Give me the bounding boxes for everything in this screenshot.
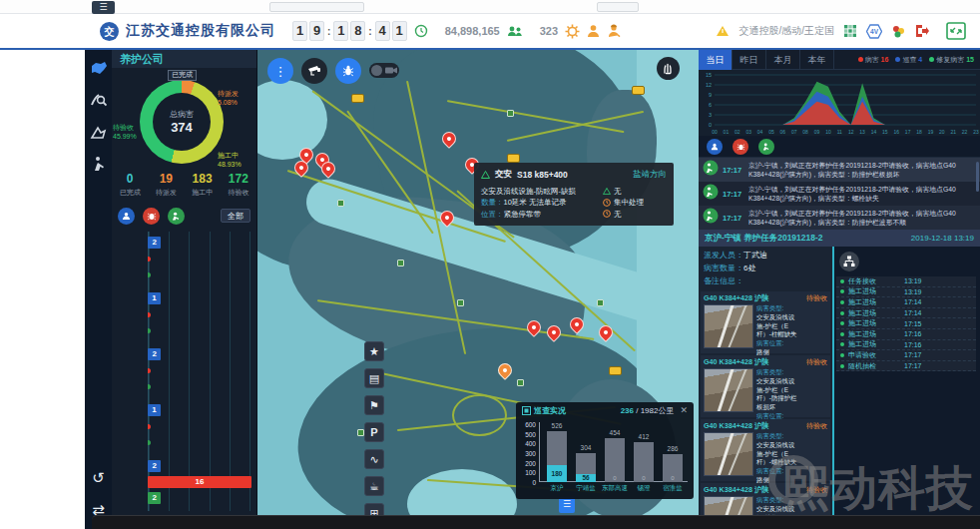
timeline-row[interactable]: 随机抽检17:17	[836, 361, 976, 372]
svg-text:14: 14	[871, 129, 877, 135]
tab-本年[interactable]: 本年	[800, 50, 834, 70]
notification-row[interactable]: 17:17京沪-宁镇，刘斌正在对养护任务20191218-2申请验收，病害地点G…	[699, 182, 980, 206]
disease-pin-marker[interactable]	[596, 322, 616, 342]
notification-row[interactable]: 17:17京沪-宁镇，刘斌正在对养护任务20191218-2申请验收，病害地点G…	[699, 158, 980, 182]
ghost-tab[interactable]	[597, 2, 639, 12]
marker-list-button[interactable]: ⋮	[267, 58, 293, 84]
road-search-icon[interactable]	[85, 86, 112, 114]
parking-tool-button[interactable]: P	[364, 422, 384, 442]
timeline-row[interactable]: 施工进场17:16	[836, 329, 976, 340]
close-icon[interactable]: ✕	[680, 405, 688, 415]
road-shield-icon	[397, 260, 404, 266]
svg-text:04: 04	[757, 129, 763, 135]
disease-card[interactable]: G40 K384+428 沪陕待验收病害类型:交安及沿线设施-护栏（E杆）-防撞…	[701, 355, 830, 417]
vehicle-marker[interactable]	[351, 94, 364, 103]
road-shield-icon	[517, 379, 524, 386]
company-row[interactable]: 宿淮盐1	[148, 399, 253, 455]
patrol-mileage-chart: 0100200300400500600526180京沪30456宁靖盐4540东…	[516, 418, 694, 496]
org-chart-icon[interactable]	[839, 252, 859, 271]
vehicle-marker[interactable]	[609, 366, 622, 375]
hamburger-menu-button[interactable]: ☰	[92, 1, 115, 14]
repair-filter-button[interactable]	[168, 208, 185, 225]
status-badge: 待验收	[806, 421, 827, 431]
clock-digit: 4	[375, 21, 390, 41]
task-field: 派发人员：丁武迪	[704, 250, 827, 263]
vehicle-marker[interactable]	[632, 86, 645, 95]
breadcrumb[interactable]: 交通控股/感动/王定国	[738, 24, 834, 38]
chart-legend: 病害 16巡查 4修复病害 15	[858, 55, 980, 65]
worker-icon[interactable]	[607, 24, 622, 38]
svg-text:15: 15	[706, 72, 712, 78]
legend-list-button[interactable]: ☰	[559, 497, 575, 513]
timeline-row[interactable]: 施工进场17:16	[836, 340, 976, 351]
disease-bug-button[interactable]	[335, 58, 361, 84]
all-filter-button[interactable]: 全部	[221, 209, 250, 223]
patrol-filter-button[interactable]	[707, 139, 723, 155]
vehicle-marker[interactable]	[507, 154, 520, 163]
ghost-tab[interactable]	[269, 2, 364, 12]
tooltip-type: 交安	[495, 169, 512, 181]
undo-icon[interactable]: ↺	[92, 469, 105, 487]
map-view-icon[interactable]	[85, 54, 112, 82]
timeline-row[interactable]: 任务接收13:19	[836, 276, 976, 287]
patrol-person-icon[interactable]	[85, 150, 112, 178]
company-row[interactable]: 东部高速2	[148, 232, 253, 287]
maintenance-icon[interactable]	[85, 118, 112, 146]
svg-text:10: 10	[825, 129, 831, 135]
notification-row[interactable]: 17:17京沪-宁镇，刘斌正在对养护任务20191218-2申请验收，病害地点G…	[699, 206, 980, 230]
4v-hexagon-icon[interactable]: 4V	[866, 24, 882, 39]
timeline-row[interactable]: 施工进场17:14	[836, 297, 976, 308]
svg-text:17: 17	[905, 129, 911, 135]
pan-tool-button[interactable]	[657, 57, 680, 80]
tab-本月[interactable]: 本月	[766, 50, 800, 70]
company-name: 江苏交通控股有限公司	[126, 22, 275, 40]
status-stat: 172待验收	[221, 172, 256, 204]
disease-filter-button[interactable]	[733, 139, 748, 155]
logout-icon[interactable]	[914, 24, 929, 38]
company-row[interactable]: 宁靖盐1	[148, 287, 253, 343]
gear-icon[interactable]	[565, 24, 580, 39]
layers-tool-button[interactable]: ▤	[364, 368, 384, 388]
tab-当日[interactable]: 当日	[699, 50, 733, 70]
browser-strip: ☰	[0, 0, 980, 14]
donut-ring[interactable]: 总病害 374	[140, 80, 224, 164]
worker-badge-icon	[703, 160, 719, 180]
favorites-tool-button[interactable]: ★	[364, 341, 384, 361]
status-stat: 0已完成	[112, 172, 148, 204]
traffic-light-dots-icon[interactable]	[891, 25, 905, 38]
repair-filter-button[interactable]	[758, 139, 774, 155]
task-field: 备注信息：	[704, 275, 827, 288]
company-row[interactable]: 锡澄2	[148, 343, 253, 399]
chart-tool-button[interactable]: ∿	[364, 449, 384, 469]
right-panel: 当日昨日本月本年病害 16巡查 4修复病害 15 036912150001020…	[699, 50, 980, 529]
timeline-row[interactable]: 申请验收17:17	[836, 350, 976, 361]
disease-filter-button[interactable]	[143, 208, 160, 225]
tab-昨日[interactable]: 昨日	[733, 50, 766, 70]
road-shield-icon	[357, 429, 364, 436]
timeline-row[interactable]: 施工进场17:14	[836, 308, 976, 319]
timeline-row[interactable]: 施工进场13:19	[836, 287, 976, 298]
taskbar[interactable]	[92, 515, 980, 529]
camera-layer-toggle[interactable]	[369, 63, 399, 78]
disease-card[interactable]: G40 K384+428 沪陕待验收病害类型:交安及沿线设施-护栏（E杆）-柱帽…	[701, 291, 830, 353]
disease-photo[interactable]	[704, 304, 753, 348]
disease-photo[interactable]	[704, 432, 753, 476]
fullscreen-icon[interactable]	[946, 22, 966, 40]
patrol-filter-button[interactable]	[118, 208, 135, 225]
tooltip-direction: 盐靖方向	[633, 169, 667, 181]
disease-photo[interactable]	[704, 368, 753, 412]
data-grid-icon[interactable]	[843, 24, 857, 38]
task-datetime: 2019-12-18 13:19	[911, 234, 974, 243]
company-row[interactable]: 京沪2162	[148, 455, 253, 511]
person-icon[interactable]	[587, 24, 600, 38]
map-toolbar: ★ ▤ ⚑ P ∿ ☕ ⊞	[364, 341, 384, 523]
timeline-list: 任务接收13:19施工进场13:19施工进场17:14施工进场17:14施工进场…	[836, 276, 976, 371]
map-canvas[interactable]: ⋮ ★ ▤ ⚑ P ∿ ☕ ⊞	[257, 50, 699, 529]
cctv-camera-button[interactable]	[301, 58, 327, 84]
timeline-row[interactable]: 施工进场17:15	[836, 318, 976, 329]
flag-tool-button[interactable]: ⚑	[364, 395, 384, 415]
svg-text:20: 20	[939, 129, 945, 135]
disease-card[interactable]: G40 K384+428 沪陕待验收病害类型:交安及沿线设施-护栏（E杆）-螺栓…	[701, 419, 830, 481]
service-area-tool-button[interactable]: ☕	[364, 476, 384, 496]
clock-digit: 1	[392, 21, 407, 41]
